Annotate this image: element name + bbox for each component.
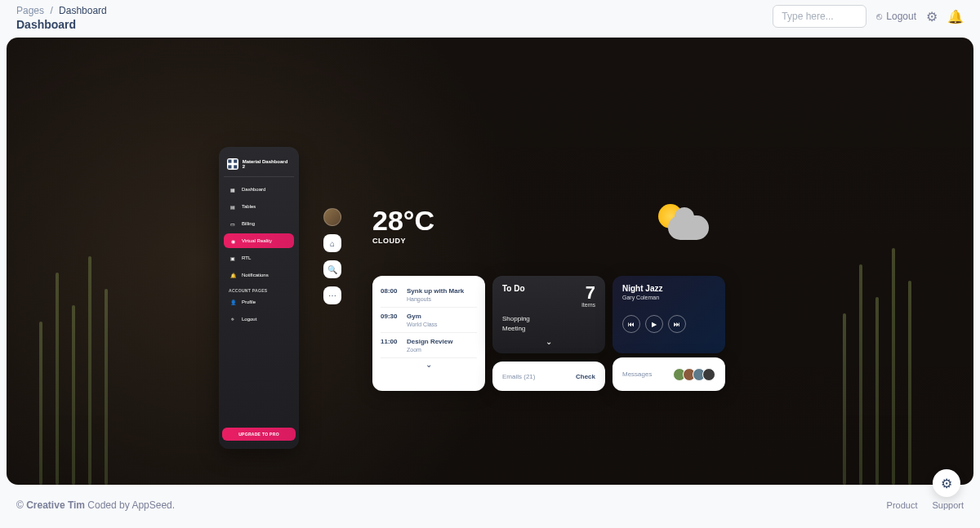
breadcrumb-current: Dashboard <box>59 5 107 16</box>
search-icon: 🔍 <box>327 265 337 274</box>
settings-fab[interactable]: ⚙ <box>933 469 960 497</box>
chevron-down-icon: ⌄ <box>546 337 552 346</box>
nav-billing[interactable]: ▭Billing <box>224 216 294 231</box>
emails-check-link[interactable]: Check <box>576 373 595 380</box>
prev-icon: ⏮ <box>628 321 635 328</box>
avatar[interactable] <box>702 368 715 381</box>
more-icon: ⋯ <box>328 291 336 300</box>
emails-label: Emails (21) <box>502 373 535 380</box>
decorative-plants-left <box>15 175 162 485</box>
emails-card[interactable]: Emails (21) Check <box>492 362 605 391</box>
logout-nav-icon: ⎆ <box>229 315 237 323</box>
more-button[interactable]: ⋯ <box>323 286 341 304</box>
rtl-icon: ▣ <box>229 254 237 262</box>
schedule-row[interactable]: 09:30 GymWorld Class <box>381 308 477 333</box>
schedule-row[interactable]: 08:00 Synk up with MarkHangouts <box>381 282 477 308</box>
todo-count: 7 <box>581 284 595 302</box>
nav-tables[interactable]: ▤Tables <box>224 199 294 214</box>
home-button[interactable]: ⌂ <box>323 234 341 252</box>
bell-icon[interactable]: 🔔 <box>947 9 964 24</box>
schedule-card: 08:00 Synk up with MarkHangouts 09:30 Gy… <box>372 276 485 391</box>
upgrade-button[interactable]: UPGRADE TO PRO <box>222 428 296 441</box>
todo-expand[interactable]: ⌄ <box>502 337 595 346</box>
weather-desc: CLOUDY <box>372 237 434 245</box>
svg-rect-1 <box>234 160 237 163</box>
messages-avatars <box>676 368 715 381</box>
nav-dashboard[interactable]: ▦Dashboard <box>224 182 294 197</box>
search-input[interactable] <box>773 5 866 28</box>
play-icon: ▶ <box>652 321 657 328</box>
footer-link-product[interactable]: Product <box>887 500 918 510</box>
svg-rect-3 <box>234 165 237 168</box>
gear-icon[interactable]: ⚙ <box>926 9 938 24</box>
music-prev-button[interactable]: ⏮ <box>622 315 640 333</box>
music-title: Night Jazz <box>622 284 715 293</box>
weather-icon <box>652 201 709 246</box>
todo-card: To Do 7 items Shopping Meeting ⌄ <box>492 276 605 353</box>
footer-link-support[interactable]: Support <box>932 500 964 510</box>
breadcrumb: Pages / Dashboard <box>16 5 107 16</box>
main-vr-area: Material Dashboard 2 ▦Dashboard ▤Tables … <box>7 38 973 485</box>
messages-card[interactable]: Messages <box>612 357 725 391</box>
nav-virtual-reality[interactable]: ◉Virtual Reality <box>224 233 294 248</box>
music-next-button[interactable]: ⏭ <box>668 315 686 333</box>
todo-title: To Do <box>502 284 525 293</box>
nav-profile[interactable]: 👤Profile <box>224 295 294 309</box>
page-title: Dashboard <box>16 18 107 31</box>
schedule-expand[interactable]: ⌄ <box>381 360 477 369</box>
svg-rect-0 <box>228 160 231 163</box>
nav-section-account: ACCOUNT PAGES <box>224 285 294 295</box>
cloud-icon <box>668 215 709 240</box>
music-card: Night Jazz Gary Coleman ⏮ ▶ ⏭ <box>612 276 725 353</box>
dashboard-icon: ▦ <box>229 185 237 193</box>
svg-rect-2 <box>228 165 231 168</box>
nav-logout[interactable]: ⎆Logout <box>224 312 294 326</box>
breadcrumb-root[interactable]: Pages <box>16 5 44 16</box>
chevron-down-icon: ⌄ <box>425 360 432 369</box>
logout-link[interactable]: ⎋ Logout <box>876 11 916 22</box>
billing-icon: ▭ <box>229 220 237 228</box>
sidenav: Material Dashboard 2 ▦Dashboard ▤Tables … <box>219 147 299 449</box>
music-play-button[interactable]: ▶ <box>645 315 663 333</box>
footer-copyright: © Creative Tim Coded by AppSeed. <box>16 499 175 511</box>
profile-icon: 👤 <box>229 298 237 306</box>
todo-item: Meeting <box>502 324 595 334</box>
brand-logo-icon <box>227 158 238 170</box>
decorative-plants-right <box>818 175 965 485</box>
nav-rtl[interactable]: ▣RTL <box>224 251 294 265</box>
nav-notifications[interactable]: 🔔Notifications <box>224 268 294 282</box>
logout-icon: ⎋ <box>876 11 882 22</box>
gear-icon: ⚙ <box>941 476 952 491</box>
sidenav-brand[interactable]: Material Dashboard 2 <box>224 157 294 177</box>
todo-item: Shopping <box>502 314 595 324</box>
vr-icon: ◉ <box>229 237 237 245</box>
tables-icon: ▤ <box>229 202 237 211</box>
music-artist: Gary Coleman <box>622 295 715 300</box>
schedule-row[interactable]: 11:00 Design ReviewZoom <box>381 333 477 358</box>
weather-widget: 28°C CLOUDY <box>372 205 434 245</box>
weather-temp: 28°C <box>372 205 434 237</box>
search-button[interactable]: 🔍 <box>323 260 341 278</box>
messages-label: Messages <box>622 370 652 378</box>
notifications-icon: 🔔 <box>229 271 237 279</box>
home-icon: ⌂ <box>330 239 335 248</box>
user-avatar[interactable] <box>323 208 341 226</box>
next-icon: ⏭ <box>674 321 680 328</box>
